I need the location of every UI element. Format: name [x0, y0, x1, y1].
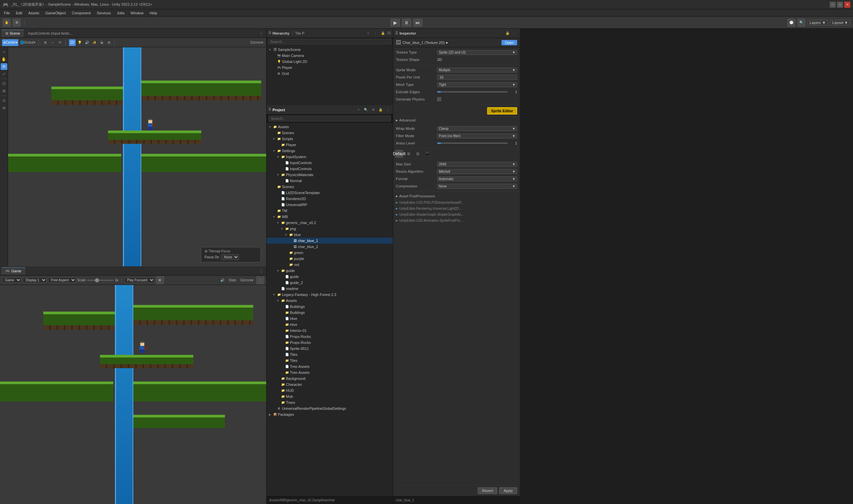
scene-btn-fx[interactable]: ✨: [91, 39, 98, 46]
focus-on-select[interactable]: None: [221, 254, 239, 260]
proj-propsrocks[interactable]: 📄 Props-Rocks: [266, 334, 393, 340]
layout-dropdown[interactable]: Layout ▼: [830, 20, 850, 25]
scene-btn-center[interactable]: ⊕ Center▾: [2, 39, 18, 46]
advanced-section-header[interactable]: ▶ Advanced: [393, 117, 520, 124]
proj-scenes-s[interactable]: 📁 Scenes: [266, 184, 393, 190]
proj-tiles2[interactable]: 📁 Tiles: [266, 358, 393, 363]
minimize-button[interactable]: ─: [830, 2, 836, 8]
proj-packages[interactable]: ▶ 📦 Packages: [266, 412, 393, 417]
scene-btn-light[interactable]: 💡: [76, 39, 83, 46]
proj-inputsystem[interactable]: ▼ 📁 InputSystem: [266, 154, 393, 160]
tool-transform[interactable]: ⊞: [1, 88, 7, 94]
filtermode-dropdown[interactable]: Point (no filter) ▼: [437, 133, 517, 139]
play-button[interactable]: ▶: [390, 19, 400, 26]
project-settings-btn[interactable]: ⚙: [370, 107, 376, 113]
proj-renderer2d[interactable]: 📄 Renderer2D: [266, 196, 393, 202]
proj-hive[interactable]: 📄 Hive: [266, 316, 393, 322]
texture-type-dropdown[interactable]: Sprite (2D and UI) ▼: [437, 50, 517, 55]
proj-interior01[interactable]: 📁 Interior-01: [266, 328, 393, 334]
tool-pivot[interactable]: ⊕: [1, 105, 7, 111]
resize-dropdown[interactable]: Mitchell ▼: [437, 169, 517, 174]
scene-tool-rotate[interactable]: ⟳: [57, 39, 63, 46]
project-add-btn[interactable]: +: [355, 107, 362, 113]
menu-component[interactable]: Component: [69, 10, 93, 16]
proj-mob[interactable]: 📁 Mob: [266, 394, 393, 399]
menu-window[interactable]: Window: [128, 10, 146, 16]
hier-item-maincamera[interactable]: 📷 Main Camera: [266, 53, 393, 59]
inspector-lock-btn[interactable]: 🔒: [504, 30, 510, 36]
scene-tool-rect[interactable]: ⊞: [42, 39, 49, 46]
scene-btn-grid[interactable]: ⊞: [106, 39, 112, 46]
sprite-editor-button[interactable]: Sprite Editor: [487, 107, 517, 114]
apply-button[interactable]: Apply: [499, 487, 517, 494]
scene-tool-move[interactable]: ↔: [49, 39, 56, 46]
project-more-btn[interactable]: ⋮: [385, 107, 391, 113]
proj-normal[interactable]: 📄 Normal: [266, 178, 393, 184]
hierarchy-settings-btn[interactable]: ⋮: [372, 30, 379, 36]
proj-universalirp[interactable]: 📄 UniversalIRP: [266, 202, 393, 208]
scene-btn-2d[interactable]: 2D: [69, 39, 76, 46]
menu-edit[interactable]: Edit: [13, 10, 25, 16]
tab-default[interactable]: Default: [395, 150, 403, 158]
step-button[interactable]: ⏭: [413, 19, 422, 26]
proj-propsrocks2[interactable]: 📁 Props-Rocks: [266, 340, 393, 345]
proj-red[interactable]: 📁 red: [266, 262, 393, 268]
proj-treeassets2[interactable]: 📁 Tree-Assets: [266, 370, 393, 376]
proj-trees[interactable]: 📁 Trees: [266, 399, 393, 406]
tab-standalone[interactable]: 🖥: [404, 150, 413, 158]
scale-slider[interactable]: [87, 280, 114, 281]
close-button[interactable]: ✕: [845, 2, 850, 8]
proj-assets[interactable]: ▼ 📁 Assets: [266, 124, 393, 130]
menu-jobs[interactable]: Jobs: [114, 10, 127, 16]
proj-png[interactable]: ▼ 📁 png: [266, 226, 393, 232]
maximize-button[interactable]: □: [837, 2, 843, 8]
hierarchy-add-btn[interactable]: +: [365, 30, 371, 36]
proj-background[interactable]: 📁 Background: [266, 376, 393, 381]
maxsize-dropdown[interactable]: 2048 ▼: [437, 162, 517, 167]
proj-treeassets[interactable]: 📄 Tree-Assets: [266, 363, 393, 370]
proj-char-blue-1[interactable]: 🖼 char_blue_1: [266, 238, 393, 244]
scene-tab-more[interactable]: ⋮: [258, 31, 265, 36]
compression-dropdown[interactable]: None ▼: [437, 184, 517, 189]
proj-guide[interactable]: ▼ 📁 guide: [266, 268, 393, 274]
revert-button[interactable]: Revert: [478, 487, 497, 494]
scene-btn-audio[interactable]: 🔊: [84, 39, 90, 46]
menu-help[interactable]: Help: [147, 10, 160, 16]
scene-btn-gizmos[interactable]: Gizmos▾: [249, 39, 264, 46]
proj-inputcontrols2[interactable]: 📄 InputControls: [266, 166, 393, 172]
search-btn[interactable]: 🔍: [797, 19, 805, 26]
inspector-open-btn[interactable]: Open: [502, 40, 517, 45]
project-search-btn[interactable]: 🔍: [363, 107, 369, 113]
scene-btn-sky[interactable]: 🌤: [98, 39, 105, 46]
proj-buildings[interactable]: 📄 Buildings: [266, 304, 393, 310]
extrude-track[interactable]: [437, 91, 508, 92]
menu-assets[interactable]: Assets: [25, 10, 42, 16]
proj-sprite0011[interactable]: 📄 Sprite-0011: [266, 345, 393, 352]
proj-tiles[interactable]: 📄 Tiles: [266, 352, 393, 358]
proj-wb[interactable]: ▼ 📁 WB: [266, 214, 393, 220]
proj-scripts[interactable]: ▼ 📁 Scripts: [266, 136, 393, 142]
proj-blue[interactable]: ▼ 📁 blue: [266, 232, 393, 238]
proj-tm[interactable]: 📁 TM: [266, 208, 393, 214]
proj-guide-2[interactable]: 📄 guide_2: [266, 280, 393, 286]
tab-game[interactable]: 🎮 Game: [1, 267, 25, 275]
meshtype-dropdown[interactable]: Tight ▼: [437, 82, 517, 87]
game-stats-btn[interactable]: Stats: [228, 277, 237, 284]
tab-input-controls[interactable]: InputControls (Input Actio...: [24, 30, 76, 37]
proj-character[interactable]: 📁 Character: [266, 381, 393, 388]
tab-web[interactable]: ⊞: [414, 150, 422, 158]
wrapmode-dropdown[interactable]: Clamp ▼: [437, 126, 517, 131]
aspect-select[interactable]: Free Aspect: [48, 277, 76, 283]
tool-select[interactable]: ⊹: [1, 49, 7, 55]
toolbar-move-btn[interactable]: ✋: [3, 19, 11, 26]
collab-btn[interactable]: 🕐: [787, 19, 795, 26]
proj-char-blue-2[interactable]: 🖼 char_blue_2: [266, 244, 393, 250]
tool-rect[interactable]: ⊡: [1, 80, 7, 87]
proj-settings[interactable]: ▼ 📁 Settings: [266, 148, 393, 154]
menu-services[interactable]: Services: [94, 10, 113, 16]
proj-legacy-fantasy[interactable]: ▼ 📁 Legacy-Fantasy - High Forest 2.3: [266, 292, 393, 298]
proj-purple[interactable]: 📁 purple: [266, 256, 393, 262]
proj-hud[interactable]: 📁 HUD: [266, 388, 393, 394]
inspector-more-btn[interactable]: ⋮: [512, 30, 518, 36]
pause-button[interactable]: ⏸: [402, 19, 411, 26]
